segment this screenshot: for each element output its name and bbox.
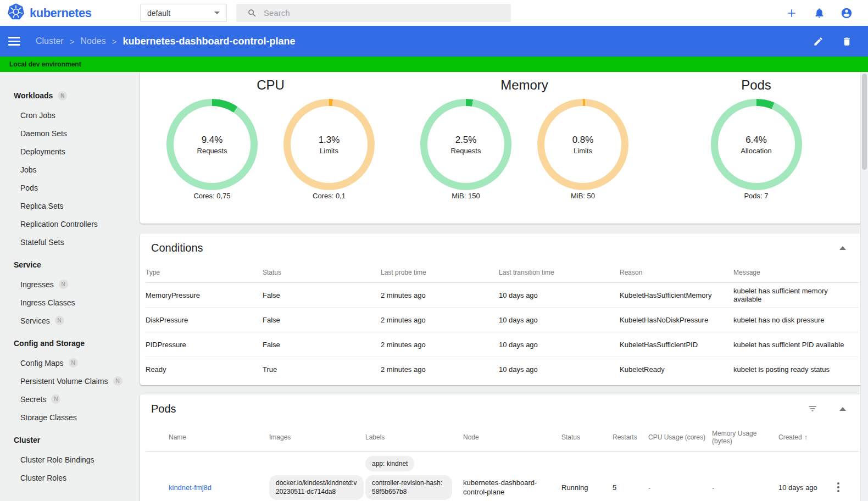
sidebar-item-daemon-sets[interactable]: Daemon Sets xyxy=(0,124,136,142)
sidebar-item-jobs[interactable]: Jobs xyxy=(0,160,136,179)
column-header-message: Message xyxy=(733,269,859,276)
donut-label: Limits xyxy=(574,147,592,155)
sidebar-item-cluster-roles[interactable]: Cluster Roles xyxy=(0,469,136,487)
sidebar-item-storage-classes[interactable]: Storage Classes xyxy=(0,408,136,426)
sidebar-header-cluster[interactable]: Cluster xyxy=(0,430,136,450)
sidebar-item-cron-jobs[interactable]: Cron Jobs xyxy=(0,106,136,124)
sidebar-header-label: Service xyxy=(14,260,41,269)
add-resource-button[interactable] xyxy=(786,7,798,19)
column-header-status: Status xyxy=(263,269,381,276)
donut-value: 1.3% xyxy=(319,135,340,146)
collapse-icon[interactable] xyxy=(839,407,846,411)
donut-label: Requests xyxy=(451,147,481,155)
condition-reason: KubeletHasSufficientMemory xyxy=(620,291,733,299)
condition-last-probe: 2 minutes ago xyxy=(381,316,499,324)
column-header-last-transition-time: Last transition time xyxy=(499,269,620,276)
table-row: PIDPressure False 2 minutes ago 10 days … xyxy=(146,332,859,357)
sidebar-header-label: Config and Storage xyxy=(14,339,85,348)
condition-message: kubelet has sufficient PID available xyxy=(733,341,859,349)
account-icon xyxy=(841,7,853,19)
column-header-labels[interactable]: Labels xyxy=(365,433,463,441)
sidebar-item-label: Pods xyxy=(20,183,38,192)
sidebar-item-services[interactable]: Services N xyxy=(0,311,136,330)
sidebar-item-replica-sets[interactable]: Replica Sets xyxy=(0,197,136,215)
sidebar-item-label: Services xyxy=(20,316,50,325)
label-chip: app: kindnet xyxy=(365,456,414,471)
environment-banner-text: Local dev environment xyxy=(9,60,81,68)
sidebar-item-label: Jobs xyxy=(20,165,37,174)
brand-title: kubernetes xyxy=(30,6,91,20)
kubernetes-logo-icon xyxy=(8,3,25,23)
memory-limits-donut: 0.8% Limits MiB: 50 xyxy=(537,99,628,200)
column-header-last-probe-time: Last probe time xyxy=(381,269,499,276)
account-button[interactable] xyxy=(841,7,853,19)
sidebar-item-config-maps[interactable]: Config Maps N xyxy=(0,354,136,372)
sidebar-header-config-and-storage[interactable]: Config and Storage xyxy=(0,333,136,354)
breadcrumb-separator: > xyxy=(112,37,117,46)
breadcrumb-nodes[interactable]: Nodes xyxy=(80,36,105,46)
pod-created: 10 days ago xyxy=(778,483,837,492)
sidebar-item-persistent-volume-claims[interactable]: Persistent Volume Claims N xyxy=(0,372,136,390)
namespaced-badge: N xyxy=(51,394,60,404)
sidebar-item-replication-controllers[interactable]: Replication Controllers xyxy=(0,215,136,233)
column-header-created[interactable]: Created↑ xyxy=(778,433,837,441)
namespaced-badge: N xyxy=(58,91,67,101)
condition-status: False xyxy=(263,316,381,324)
column-header-images[interactable]: Images xyxy=(269,433,365,441)
pods-table-header: Name Images Labels Node Status Restarts … xyxy=(146,423,859,452)
sidebar-item-pods[interactable]: Pods xyxy=(0,179,136,197)
donut-footer: Cores: 0,75 xyxy=(193,192,230,200)
breadcrumb-cluster[interactable]: Cluster xyxy=(36,36,64,46)
sidebar-item-label: Ingress Classes xyxy=(20,298,75,307)
kubernetes-brand[interactable]: kubernetes xyxy=(8,3,91,23)
column-header-type: Type xyxy=(146,269,263,276)
namespaced-badge: N xyxy=(69,358,78,368)
sidebar-item-cluster-role-bindings[interactable]: Cluster Role Bindings xyxy=(0,450,136,469)
condition-reason: KubeletHasSufficientPID xyxy=(620,341,733,349)
cpu-requests-ring: 9.4% Requests xyxy=(166,99,258,190)
column-header-status[interactable]: Status xyxy=(561,433,613,441)
sidebar-header-service[interactable]: Service xyxy=(0,254,136,275)
namespace-selector[interactable]: default xyxy=(140,4,227,22)
scrollbar-thumb[interactable] xyxy=(862,74,867,170)
condition-last-transition: 10 days ago xyxy=(499,341,620,349)
menu-button[interactable] xyxy=(8,35,20,48)
condition-status: False xyxy=(263,291,381,299)
sidebar-item-deployments[interactable]: Deployments xyxy=(0,142,136,160)
cpu-section-title: CPU xyxy=(257,76,285,94)
sidebar-item-ingresses[interactable]: Ingresses N xyxy=(0,275,136,293)
pod-cpu-usage: - xyxy=(648,483,712,492)
pod-name-link[interactable]: kindnet-fmj8d xyxy=(169,483,212,492)
delete-button[interactable] xyxy=(841,35,853,47)
notifications-icon xyxy=(814,7,825,19)
column-header-node[interactable]: Node xyxy=(463,433,561,441)
row-menu-icon[interactable] xyxy=(837,482,839,492)
sidebar-item-ingress-classes[interactable]: Ingress Classes xyxy=(0,293,136,311)
column-header-restarts[interactable]: Restarts xyxy=(613,433,648,441)
memory-allocation-group: Memory 2.5% Requests MiB: 150 xyxy=(401,76,648,224)
image-chip: docker.io/kindest/kindnetd:v20230511-dc7… xyxy=(269,475,364,499)
pods-table-title: Pods xyxy=(151,403,808,415)
sidebar-header-workloads[interactable]: Workloads N xyxy=(0,85,136,106)
column-header-name[interactable]: Name xyxy=(169,433,269,441)
filter-icon[interactable] xyxy=(808,404,817,414)
labels-cell: app: kindnet controller-revision-hash: 5… xyxy=(365,455,463,501)
namespaced-badge: N xyxy=(113,376,123,386)
sidebar-item-stateful-sets[interactable]: Stateful Sets xyxy=(0,233,136,251)
namespace-value: default xyxy=(147,9,170,18)
notifications-button[interactable] xyxy=(813,7,825,19)
search-bar[interactable] xyxy=(236,4,511,22)
collapse-icon[interactable] xyxy=(839,246,846,250)
pod-node: kubernetes-dashboard-control-plane xyxy=(463,478,561,497)
table-row: kindnet-fmj8d docker.io/kindest/kindnetd… xyxy=(146,452,859,501)
sidebar-item-secrets[interactable]: Secrets N xyxy=(0,390,136,408)
condition-type: Ready xyxy=(146,365,263,374)
search-input[interactable] xyxy=(264,8,494,18)
column-header-memory-usage[interactable]: Memory Usage (bytes) xyxy=(712,430,778,445)
condition-type: PIDPressure xyxy=(146,341,263,349)
column-header-cpu-usage[interactable]: CPU Usage (cores) xyxy=(648,433,712,441)
vertical-scrollbar[interactable] xyxy=(860,72,868,501)
edit-button[interactable] xyxy=(812,35,824,47)
sidebar-item-label: Cluster Role Bindings xyxy=(20,455,94,464)
condition-last-probe: 2 minutes ago xyxy=(381,341,499,349)
